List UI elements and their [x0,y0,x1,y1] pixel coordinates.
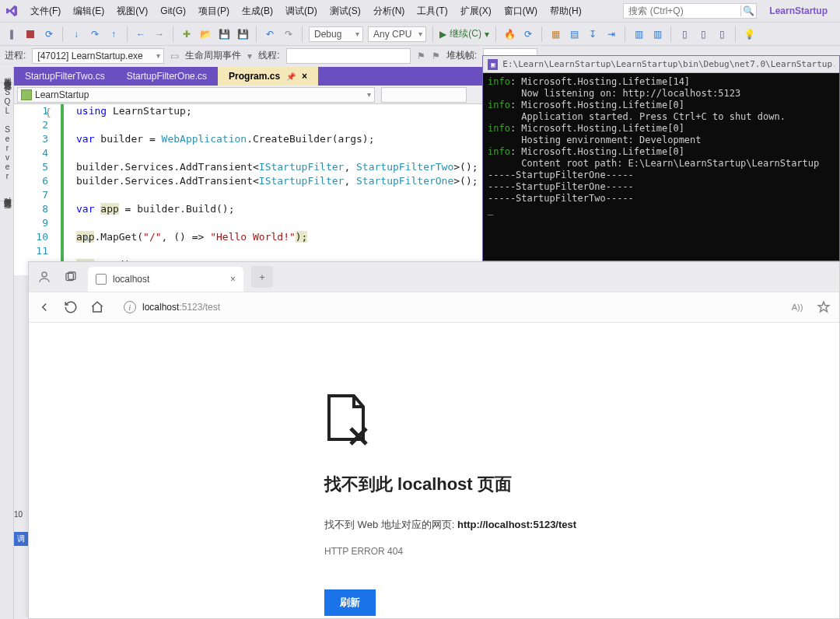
project-dropdown[interactable]: LearnStartup [17,87,375,103]
error-heading: 找不到此 localhost 页面 [324,473,839,496]
vs-toolbar: ∥ ⟳ ↓ ↷ ↑ ← → ✚ 📂 💾 💾 ↶ ↷ Debug Any CPU … [0,22,840,45]
profile-icon[interactable] [35,268,54,286]
tool-icon-3[interactable]: ↧ [586,27,600,41]
menu-edit[interactable]: 编辑(E) [68,2,110,21]
tab-close-icon[interactable]: × [230,274,236,285]
doc-tab-program[interactable]: Program.cs 📌 × [218,67,318,86]
hot-reload-icon[interactable]: 🔥 [502,27,516,41]
menu-help[interactable]: 帮助(H) [544,2,587,21]
error-description-text: 找不到 Web 地址对应的网页: [324,519,457,530]
continue-button[interactable]: ▶ 继续(C) ▾ [439,27,489,40]
doc-tab-startupfilterone[interactable]: StartupFilterOne.cs [116,67,218,86]
continue-label: 继续(C) [450,27,481,40]
menu-test[interactable]: 测试(S) [324,2,366,21]
csharp-project-icon [21,89,32,100]
doc-tab-label: Program.cs [229,71,280,82]
lightbulb-icon[interactable]: 💡 [742,27,756,41]
tool-icon-6[interactable]: ▥ [650,27,664,41]
lifecycle-icon[interactable]: ▭ [170,51,179,61]
fold-indicator-icon[interactable]: { [45,106,51,120]
address-field[interactable]: i localhost:5123/test [116,301,779,313]
lifecycle-label: 生命周期事件 [185,49,241,62]
doc-tab-startupfiltertwo[interactable]: StartupFilterTwo.cs [14,67,116,86]
menu-analyze[interactable]: 分析(N) [368,2,411,21]
flag-icon-2[interactable]: ⚑ [432,51,440,61]
save-all-icon[interactable]: 💾 [236,27,250,41]
browser-window: localhost × ＋ i localhost:5123/test A)) [28,261,840,619]
tool-icon-7[interactable]: ▯ [677,27,691,41]
vs-search[interactable]: 🔍 [623,3,757,19]
refresh-button[interactable] [63,299,79,315]
refresh-page-button[interactable]: 刷新 [324,589,376,616]
behind-status-2: 调 [14,532,28,546]
tool-icon-1[interactable]: ▦ [548,27,562,41]
tool-icon-5[interactable]: ▥ [632,27,646,41]
favorite-icon[interactable] [816,299,831,315]
member-dropdown[interactable] [381,87,467,103]
error-code: HTTP ERROR 404 [324,546,839,557]
back-button[interactable] [37,299,52,315]
browser-tab-title: localhost [113,274,224,285]
menu-project[interactable]: 项目(P) [193,2,235,21]
menu-window[interactable]: 窗口(W) [499,2,543,21]
menu-tools[interactable]: 工具(T) [411,2,453,21]
cycle-icon[interactable]: ⟳ [521,27,535,41]
new-item-icon[interactable]: ✚ [180,27,194,41]
menu-debug[interactable]: 调试(D) [280,2,323,21]
doc-tab-label: StartupFilterOne.cs [127,71,207,82]
page-favicon [96,274,107,285]
restart-icon[interactable]: ⟳ [42,27,56,41]
menu-view[interactable]: 视图(V) [111,2,153,21]
behind-status-1: 10 [14,510,28,519]
tool-icon-8[interactable]: ▯ [696,27,710,41]
page-broken-icon [324,393,839,449]
left-tab-server-explorer[interactable]: 服务器资源管理器 [0,67,14,83]
thread-input[interactable] [286,48,411,64]
stop-button[interactable] [23,27,37,41]
pin-icon[interactable]: 📌 [286,72,296,81]
tool-icon-2[interactable]: ▤ [567,27,581,41]
read-aloud-icon[interactable]: A)) [789,299,805,315]
config-dropdown[interactable]: Debug [309,26,363,42]
tab-actions-icon[interactable] [61,268,80,286]
console-window[interactable]: ▣ E:\Learn\LearnStartup\LearnStartup\bin… [482,55,840,261]
browser-tabbar: localhost × ＋ [29,262,839,292]
tool-icon-4[interactable]: ⇥ [604,27,618,41]
nav-fwd-icon[interactable]: → [152,27,166,41]
menu-file[interactable]: 文件(F) [25,2,66,21]
vs-search-input[interactable] [624,4,740,18]
project-dropdown-label: LearnStartup [35,89,89,100]
new-tab-button[interactable]: ＋ [251,266,273,288]
step-over-icon[interactable]: ↷ [88,27,102,41]
platform-dropdown[interactable]: Any CPU [368,26,426,42]
menu-extensions[interactable]: 扩展(X) [455,2,497,21]
browser-content: 找不到此 localhost 页面 找不到 Web 地址对应的网页: http:… [29,323,839,616]
solution-name[interactable]: LearnStartup [769,5,835,16]
nav-back-icon[interactable]: ← [134,27,148,41]
close-icon[interactable]: × [302,71,307,82]
doc-tab-label: StartupFilterTwo.cs [25,71,105,82]
url-host: localhost [142,302,179,313]
console-titlebar[interactable]: ▣ E:\Learn\LearnStartup\LearnStartup\bin… [483,56,839,73]
browser-addressbar: i localhost:5123/test A)) [29,292,839,323]
step-into-icon[interactable]: ↓ [69,27,83,41]
pause-button[interactable]: ∥ [5,27,19,41]
flag-icon[interactable]: ⚑ [417,51,425,61]
home-button[interactable] [89,299,105,315]
save-icon[interactable]: 💾 [217,27,231,41]
tool-icon-9[interactable]: ▯ [715,27,729,41]
left-tab-sql-explorer[interactable]: SQL Server 对象资源管理器 [0,83,14,201]
search-icon[interactable]: 🔍 [740,5,756,16]
step-out-icon[interactable]: ↑ [107,27,121,41]
process-dropdown[interactable]: [47012] LearnStartup.exe [32,48,164,64]
error-url: http://localhost:5123/test [457,519,576,530]
code-reference-icon[interactable]: ✎ [84,232,90,246]
menu-git[interactable]: Git(G) [155,2,191,19]
menu-build[interactable]: 生成(B) [236,2,278,21]
undo-icon[interactable]: ↶ [263,27,277,41]
site-info-icon[interactable]: i [124,301,136,313]
vs-left-toolwindows: 服务器资源管理器 SQL Server 对象资源管理器 [0,67,14,619]
open-file-icon[interactable]: 📂 [198,27,212,41]
browser-tab[interactable]: localhost × [88,267,243,292]
redo-icon[interactable]: ↷ [282,27,296,41]
